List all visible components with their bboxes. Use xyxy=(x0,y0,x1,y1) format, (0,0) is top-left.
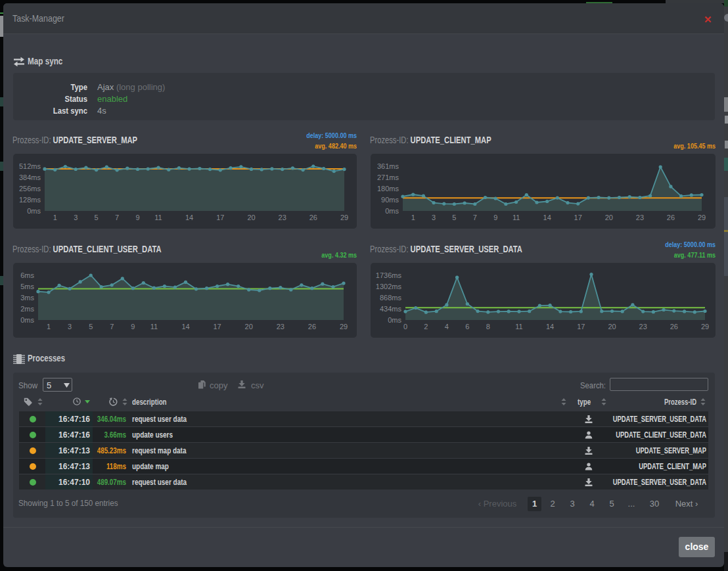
svg-text:0ms: 0ms xyxy=(388,316,401,324)
svg-text:3: 3 xyxy=(74,214,78,221)
svg-text:868ms: 868ms xyxy=(380,294,402,302)
svg-text:128ms: 128ms xyxy=(19,196,41,204)
svg-text:23: 23 xyxy=(279,214,286,221)
svg-text:11: 11 xyxy=(512,214,520,221)
svg-text:17: 17 xyxy=(213,323,221,331)
svg-text:20: 20 xyxy=(247,214,255,221)
svg-text:0ms: 0ms xyxy=(385,207,399,215)
svg-text:26: 26 xyxy=(670,323,678,331)
svg-text:1: 1 xyxy=(411,214,415,221)
svg-text:20: 20 xyxy=(608,323,616,331)
svg-text:5: 5 xyxy=(452,214,456,221)
svg-text:29: 29 xyxy=(701,323,709,331)
svg-text:7: 7 xyxy=(115,214,119,221)
svg-text:11: 11 xyxy=(154,214,162,221)
svg-text:17: 17 xyxy=(216,214,224,221)
svg-text:271ms: 271ms xyxy=(377,173,399,181)
svg-text:23: 23 xyxy=(636,214,644,221)
svg-text:11: 11 xyxy=(150,323,158,331)
svg-text:384ms: 384ms xyxy=(19,173,41,181)
svg-text:14: 14 xyxy=(543,214,551,221)
svg-text:9: 9 xyxy=(131,323,135,331)
svg-text:20: 20 xyxy=(605,214,613,221)
svg-text:7: 7 xyxy=(110,323,114,331)
svg-text:7: 7 xyxy=(473,214,477,221)
svg-text:5ms: 5ms xyxy=(20,283,34,290)
svg-text:434ms: 434ms xyxy=(380,305,402,313)
svg-text:3: 3 xyxy=(432,214,436,221)
svg-text:90ms: 90ms xyxy=(381,196,399,204)
svg-text:2ms: 2ms xyxy=(20,305,34,313)
svg-text:17: 17 xyxy=(577,323,585,331)
svg-text:1736ms: 1736ms xyxy=(376,271,402,279)
svg-text:9: 9 xyxy=(135,214,139,221)
svg-text:512ms: 512ms xyxy=(19,162,41,170)
svg-text:361ms: 361ms xyxy=(377,162,399,170)
svg-text:20: 20 xyxy=(245,323,253,331)
svg-text:11: 11 xyxy=(515,323,522,331)
svg-text:29: 29 xyxy=(340,323,348,331)
svg-text:26: 26 xyxy=(309,214,317,221)
svg-text:180ms: 180ms xyxy=(377,185,399,193)
svg-text:256ms: 256ms xyxy=(19,185,41,193)
svg-text:26: 26 xyxy=(308,323,316,331)
svg-text:4: 4 xyxy=(445,323,449,331)
svg-text:1: 1 xyxy=(47,323,51,331)
svg-text:29: 29 xyxy=(698,214,706,221)
svg-text:3: 3 xyxy=(68,323,72,331)
svg-text:0ms: 0ms xyxy=(20,316,34,324)
svg-text:3ms: 3ms xyxy=(20,294,34,302)
svg-text:1302ms: 1302ms xyxy=(376,283,402,290)
svg-text:17: 17 xyxy=(574,214,582,221)
svg-text:14: 14 xyxy=(546,323,554,331)
svg-text:0ms: 0ms xyxy=(27,207,41,215)
svg-text:6: 6 xyxy=(465,323,469,331)
svg-text:23: 23 xyxy=(277,323,284,331)
svg-text:5: 5 xyxy=(89,323,93,331)
svg-text:26: 26 xyxy=(667,214,675,221)
svg-text:29: 29 xyxy=(340,214,348,221)
svg-text:9: 9 xyxy=(493,214,497,221)
svg-text:6ms: 6ms xyxy=(20,271,34,279)
svg-text:14: 14 xyxy=(185,214,193,221)
svg-text:5: 5 xyxy=(95,214,99,221)
svg-text:0: 0 xyxy=(403,323,407,331)
svg-text:14: 14 xyxy=(181,323,189,331)
svg-text:2: 2 xyxy=(424,323,428,331)
svg-text:1: 1 xyxy=(53,214,57,221)
svg-text:23: 23 xyxy=(639,323,647,331)
svg-text:8: 8 xyxy=(486,323,490,331)
